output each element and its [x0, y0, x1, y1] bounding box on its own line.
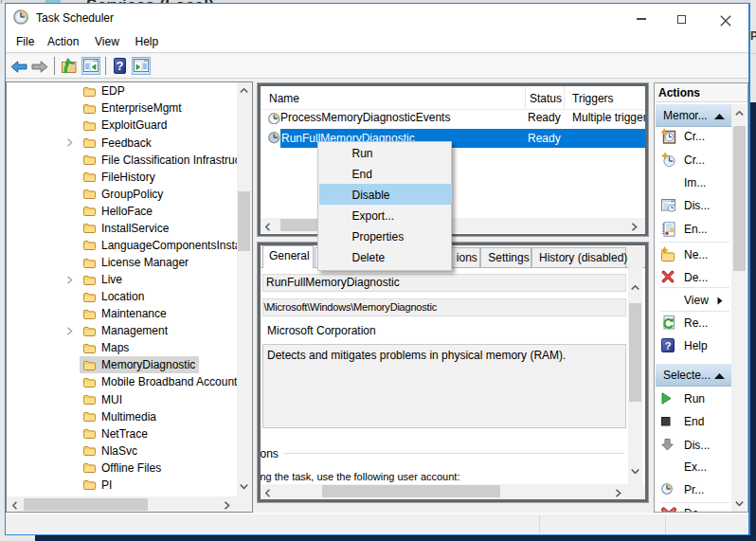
svg-text:?: ? — [116, 59, 123, 73]
svg-text:?: ? — [665, 340, 672, 352]
